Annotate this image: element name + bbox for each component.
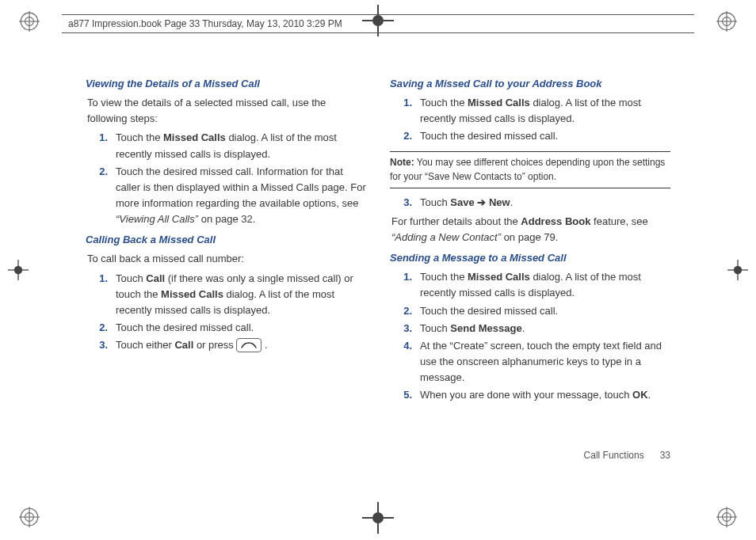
cross-reference: “Adding a New Contact” [391, 231, 501, 243]
step-number: 3. [86, 337, 116, 353]
call-key-icon [236, 338, 262, 352]
step-item: 1. Touch the Missed Calls dialog. A list… [86, 130, 366, 162]
step-item: 5. When you are done with your message, … [390, 387, 670, 403]
step-item: 2. Touch the desired missed call. [390, 128, 670, 144]
step-number: 2. [390, 128, 420, 144]
footer-section: Call Functions [584, 450, 644, 461]
step-text: Touch Save ➔ New. [420, 195, 670, 211]
registration-mark-icon [727, 260, 748, 280]
section-title: Calling Back a Missed Call [86, 232, 366, 248]
step-number: 3. [390, 195, 420, 211]
step-item: 3. Touch Send Message. [390, 321, 670, 337]
step-number: 3. [390, 321, 420, 337]
step-number: 1. [86, 271, 116, 318]
step-item: 2. Touch the desired missed call. [390, 303, 670, 319]
registration-mark-icon [8, 260, 29, 280]
right-column: Saving a Missed Call to your Address Boo… [390, 71, 670, 453]
step-number: 5. [390, 387, 420, 403]
step-number: 2. [86, 164, 116, 228]
section-intro: To call back a missed call number: [87, 251, 366, 267]
left-column: Viewing the Details of a Missed Call To … [86, 71, 366, 453]
section-title: Sending a Message to a Missed Call [390, 250, 670, 266]
step-text: Touch the desired missed call. Informati… [116, 164, 366, 228]
registration-mark-icon [19, 11, 40, 32]
step-text: Touch Call (if there was only a single m… [116, 271, 366, 318]
step-item: 3. Touch Save ➔ New. [390, 195, 670, 211]
step-text: At the “Create” screen, touch the empty … [420, 338, 670, 386]
note-block: Note: You may see different choices depe… [390, 151, 670, 188]
step-number: 2. [390, 303, 420, 319]
crop-target-icon [362, 502, 394, 534]
section-intro: To view the details of a selected missed… [87, 95, 366, 127]
step-text: Touch the desired missed call. [420, 303, 670, 319]
step-number: 1. [390, 269, 420, 301]
step-text: Touch the desired missed call. [116, 320, 366, 336]
step-item: 3. Touch either Call or press . [86, 337, 366, 353]
section-title: Saving a Missed Call to your Address Boo… [390, 76, 670, 92]
footer-page-number: 33 [660, 450, 670, 461]
step-item: 4. At the “Create” screen, touch the emp… [390, 338, 670, 386]
header-text: a877 Impression.book Page 33 Thursday, M… [68, 18, 342, 29]
document-header: a877 Impression.book Page 33 Thursday, M… [62, 14, 694, 33]
step-item: 1. Touch the Missed Calls dialog. A list… [390, 269, 670, 301]
page-body: Viewing the Details of a Missed Call To … [86, 71, 670, 453]
registration-mark-icon [716, 507, 737, 527]
cross-reference: “Viewing All Calls” [116, 213, 198, 225]
page-footer: Call Functions 33 [584, 450, 670, 461]
step-item: 1. Touch Call (if there was only a singl… [86, 271, 366, 318]
step-text: Touch the Missed Calls dialog. A list of… [116, 130, 366, 162]
step-item: 1. Touch the Missed Calls dialog. A list… [390, 95, 670, 127]
step-item: 2. Touch the desired missed call. [86, 320, 366, 336]
step-text: When you are done with your message, tou… [420, 387, 670, 403]
step-text: Touch the Missed Calls dialog. A list of… [420, 95, 670, 127]
reference-text: For further details about the Address Bo… [391, 214, 670, 245]
step-item: 2. Touch the desired missed call. Inform… [86, 164, 366, 228]
registration-mark-icon [716, 11, 737, 32]
step-text: Touch the Missed Calls dialog. A list of… [420, 269, 670, 301]
step-number: 1. [86, 130, 116, 162]
registration-mark-icon [19, 507, 40, 527]
step-number: 4. [390, 338, 420, 386]
step-text: Touch Send Message. [420, 321, 670, 337]
step-text: Touch the desired missed call. [420, 128, 670, 144]
note-text: You may see different choices depending … [390, 157, 665, 183]
step-number: 1. [390, 95, 420, 127]
step-text: Touch either Call or press . [116, 337, 366, 353]
step-number: 2. [86, 320, 116, 336]
section-title: Viewing the Details of a Missed Call [86, 76, 366, 92]
note-label: Note: [390, 157, 414, 168]
